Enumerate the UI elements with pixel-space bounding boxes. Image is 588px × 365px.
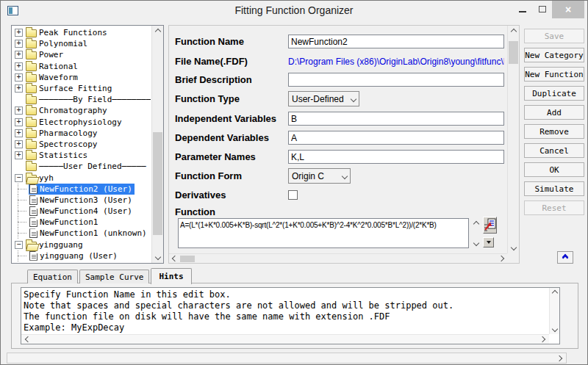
brief-description-input[interactable]: [288, 73, 504, 87]
tree-item-yingguang[interactable]: −yingguang: [12, 239, 151, 250]
tree-item-surface-fitting[interactable]: +Surface Fitting: [12, 83, 151, 94]
tree-item-statistics[interactable]: +Statistics: [12, 150, 151, 161]
scroll-down-icon: [154, 254, 160, 260]
tree-item-power[interactable]: +Power: [12, 49, 151, 60]
form-row-independent-variables: Independent Variables: [175, 111, 504, 126]
derivatives-checkbox[interactable]: [288, 190, 298, 200]
dependent-variables-input[interactable]: [288, 131, 504, 145]
tree-item-peak-functions[interactable]: +Peak Functions: [12, 27, 151, 38]
expand-plus-icon[interactable]: +: [15, 73, 23, 82]
tree-item-rational[interactable]: +Rational: [12, 61, 151, 72]
tree-item-chromatography[interactable]: +Chromatography: [12, 105, 151, 116]
folder-icon: [26, 107, 37, 115]
folder-icon: [26, 130, 37, 138]
folder-icon: [26, 85, 37, 93]
minimize-button[interactable]: [512, 1, 532, 18]
scroll-right-icon: [556, 355, 562, 361]
ok-button[interactable]: OK: [524, 162, 584, 177]
tree-item-waveform[interactable]: +Waveform: [12, 72, 151, 83]
open-folder-icon: [26, 242, 37, 250]
bottom-tabs: EquationSample CurveHints: [27, 267, 193, 283]
open-code-builder-button[interactable]: [483, 217, 497, 234]
tree-item-yyh[interactable]: −yyh: [12, 172, 151, 183]
tab-sample-curve[interactable]: Sample Curve: [79, 270, 149, 283]
collapse-panel-button[interactable]: [557, 251, 573, 264]
open-folder-icon: [26, 175, 37, 183]
function-type-select[interactable]: User-Defined: [288, 91, 359, 106]
tree-item-pharmacology[interactable]: +Pharmacology: [12, 128, 151, 139]
close-button[interactable]: ×: [552, 1, 584, 18]
form-row-function-form: Function Form Origin C: [175, 168, 504, 184]
function-box-menu-button[interactable]: [483, 237, 494, 247]
tree-item-newfunction1[interactable]: NewFunction1: [12, 217, 151, 228]
form-row-function-type: Function Type User-Defined: [175, 91, 504, 106]
form-row-parameter-names: Parameter Names: [175, 149, 504, 165]
tree-item-newfunction1-unknown[interactable]: NewFunction1 (unknown): [12, 228, 151, 239]
tree-item-label: Polynomial: [39, 39, 87, 48]
expand-plus-icon[interactable]: +: [15, 29, 23, 37]
tree-item-spectroscopy[interactable]: +Spectroscopy: [12, 139, 151, 150]
form-row-function-name: Function Name: [175, 34, 504, 49]
expand-plus-icon[interactable]: +: [15, 151, 23, 159]
tree-item-label: Statistics: [39, 151, 87, 160]
tab-equation[interactable]: Equation: [27, 270, 78, 283]
file-path-link: D:\Program Files (x86)\OriginLab\Origin8…: [288, 57, 504, 67]
new-function-button[interactable]: New Function: [524, 67, 584, 82]
tree-item-newfunction2-user[interactable]: NewFunction2 (User): [12, 184, 151, 195]
function-expression: A=(L*(1+K*0.005+K*B)-sqrt(L^2*(1+K*0.005…: [179, 219, 468, 231]
tree-item-newfunction3-user[interactable]: NewFunction3 (User): [12, 195, 151, 206]
hints-vertical-scrollbar[interactable]: [549, 288, 559, 334]
function-name-input[interactable]: [288, 35, 504, 48]
tree-connector: [18, 250, 28, 261]
bottom-frame: Specify Function Name in this edit box.N…: [11, 283, 578, 349]
collapse-minus-icon[interactable]: −: [15, 174, 23, 182]
function-form-label: Function Form: [175, 170, 288, 181]
fitting-function-organizer-dialog: Fitting Function Organizer × +Peak Funct…: [0, 0, 588, 365]
close-icon: ×: [565, 4, 571, 15]
new-category-button[interactable]: New Category: [524, 48, 584, 62]
add-button[interactable]: Add: [524, 105, 584, 120]
duplicate-button[interactable]: Duplicate: [524, 86, 584, 101]
tree-item-electrophysiology[interactable]: +Electrophysiology: [12, 117, 151, 128]
expand-plus-icon[interactable]: +: [15, 106, 23, 115]
cancel-button[interactable]: Cancel: [524, 143, 584, 158]
expand-plus-icon[interactable]: +: [15, 140, 23, 148]
independent-variables-input[interactable]: [288, 112, 504, 126]
expand-plus-icon[interactable]: +: [15, 40, 23, 48]
form-scrollbar-thumb[interactable]: [509, 41, 518, 64]
tree-scrollbar-thumb[interactable]: [153, 132, 162, 235]
tree-item-yingguang-user[interactable]: yingguang (User): [12, 250, 151, 261]
folder-icon: [26, 29, 37, 37]
form-horizontal-scrollbar[interactable]: [169, 253, 507, 263]
expand-plus-icon[interactable]: +: [15, 129, 23, 137]
folder-icon: [26, 51, 37, 59]
function-form-panel: Function Name File Name(.FDF) D:\Program…: [168, 25, 520, 264]
tree-item-polynomial[interactable]: +Polynomial: [12, 38, 151, 49]
expand-plus-icon[interactable]: +: [15, 84, 23, 93]
function-box-scrollbar[interactable]: [471, 220, 481, 247]
form-vertical-scrollbar[interactable]: [507, 26, 519, 253]
expand-plus-icon[interactable]: +: [15, 62, 23, 71]
dialog-horizontal-scrollbar[interactable]: [7, 353, 567, 364]
tree-item-user-defined[interactable]: ─────User Defined─────: [12, 161, 151, 172]
parameter-names-input[interactable]: [288, 150, 504, 164]
tree-item-label: Waveform: [39, 73, 78, 82]
tree-item-label: Spectroscopy: [39, 140, 97, 149]
folder-icon: [26, 141, 37, 149]
simulate-button[interactable]: Simulate: [524, 181, 584, 196]
collapse-minus-icon[interactable]: −: [15, 241, 23, 249]
expand-plus-icon[interactable]: +: [15, 118, 23, 126]
tree-item-newfunction4-user[interactable]: NewFunction4 (User): [12, 206, 151, 217]
form-hscrollbar-thumb[interactable]: [180, 256, 195, 262]
expand-plus-icon[interactable]: +: [15, 51, 23, 59]
hints-horizontal-scrollbar[interactable]: [21, 334, 549, 344]
tree-vertical-scrollbar[interactable]: [151, 26, 163, 263]
chevron-down-icon: [351, 95, 356, 101]
tree-item-by-field[interactable]: ───────By Field─────────: [12, 94, 151, 105]
document-icon: [29, 217, 37, 227]
function-form-select[interactable]: Origin C: [288, 168, 351, 184]
tab-hints[interactable]: Hints: [151, 268, 191, 284]
remove-button[interactable]: Remove: [524, 124, 584, 139]
function-body-input[interactable]: A=(L*(1+K*0.005+K*B)-sqrt(L^2*(1+K*0.005…: [178, 218, 469, 248]
maximize-button[interactable]: [532, 1, 552, 18]
